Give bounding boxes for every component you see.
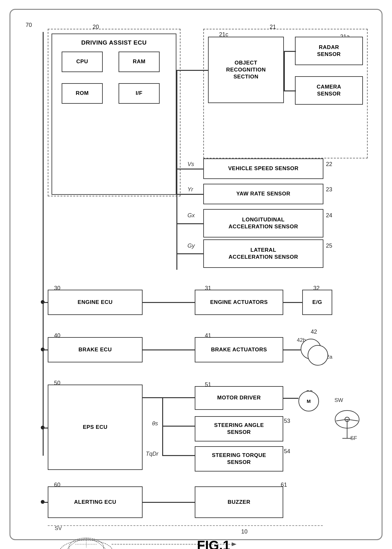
steering-torque-sensor-box: STEERING TORQUE SENSOR: [195, 446, 283, 472]
figure-title: FIG.1: [197, 538, 230, 549]
gy-label: Gy: [187, 243, 195, 249]
rom-label: ROM: [76, 90, 89, 97]
vert-sensor-bus: [176, 169, 177, 270]
steering-angle-sensor-box: STEERING ANGLE SENSOR: [195, 416, 283, 441]
ram-label: RAM: [133, 58, 145, 65]
conn-ecu-vss: [176, 169, 203, 170]
conn-eps-sas: [162, 426, 195, 427]
engine-ecu-label: ENGINE ECU: [78, 299, 113, 306]
svg-point-7: [59, 540, 113, 549]
engine-actuators-label: ENGINE ACTUATORS: [210, 299, 268, 306]
conn-motor-m: [283, 398, 298, 399]
driving-assist-ecu-label: DRIVING ASSIST ECU: [52, 39, 176, 47]
conn-bus-brake: [43, 349, 48, 350]
brake-ecu-label: BRAKE ECU: [78, 346, 112, 353]
cpu-label: CPU: [76, 58, 88, 65]
conn-bus-alerting: [43, 502, 48, 503]
ref-23: 23: [326, 186, 332, 193]
steering-angle-sensor-label: STEERING ANGLE SENSOR: [214, 422, 264, 436]
conn-ecu-obj: [176, 70, 208, 71]
vehicle-sv-area: SV: [55, 525, 118, 549]
conn-vert-sensors: [284, 51, 285, 90]
conn-ecu-yrs: [176, 194, 203, 195]
yaw-rate-sensor-box: YAW RATE SENSOR: [203, 184, 323, 204]
steering-wheel-container: SW SF: [333, 402, 361, 446]
buzzer-box: BUZZER: [195, 486, 283, 518]
driving-assist-ecu-box: DRIVING ASSIST ECU CPU RAM ROM I/F: [52, 34, 176, 195]
object-recognition-box: OBJECT RECOGNITION SECTION: [208, 37, 284, 103]
page-container: 70 20 DRIVING ASSIST ECU CPU RAM ROM I/F: [9, 9, 383, 540]
eg-box: E/G: [302, 290, 332, 315]
brake-actuators-label: BRAKE ACTUATORS: [211, 346, 267, 353]
ref-24: 24: [326, 212, 332, 219]
ref-20: 20: [93, 24, 99, 30]
engine-ecu-box: ENGINE ECU: [48, 290, 143, 315]
diagram: 70 20 DRIVING ASSIST ECU CPU RAM ROM I/F: [20, 19, 372, 530]
vs-label: Vs: [187, 161, 194, 168]
vehicle-speed-sensor-box: VEHICLE SPEED SENSOR: [203, 158, 323, 179]
rom-box: ROM: [62, 83, 103, 104]
motor-driver-label: MOTOR DRIVER: [217, 394, 261, 401]
svg-marker-14: [232, 542, 236, 546]
lateral-acc-sensor-label: LATERAL ACCELERATION SENSOR: [229, 247, 298, 261]
conn-engine-act: [143, 302, 195, 303]
object-recognition-label: OBJECT RECOGNITION SECTION: [226, 59, 266, 80]
brake-actuators-box: BRAKE ACTUATORS: [195, 337, 283, 362]
radar-sensor-box: RADAR SENSOR: [295, 37, 363, 65]
sw-label: SW: [334, 397, 343, 404]
camera-sensor-box: CAMERA SENSOR: [295, 76, 363, 105]
motor-circle: M: [298, 391, 319, 411]
ref-21: 21: [270, 24, 276, 30]
vehicle-speed-sensor-label: VEHICLE SPEED SENSOR: [228, 165, 299, 172]
if-label: I/F: [136, 90, 142, 97]
sv-label: SV: [55, 525, 62, 532]
if-box: I/F: [119, 83, 160, 104]
gx-label: Gx: [187, 212, 195, 219]
tqdr-label: TqDr: [146, 451, 158, 457]
cpu-box: CPU: [62, 52, 103, 72]
ref-54: 54: [284, 448, 290, 455]
conn-ecu-lat: [176, 253, 203, 254]
theta-s-label: θs: [152, 420, 158, 427]
brake-wheel-2: [308, 345, 328, 366]
motor-driver-box: MOTOR DRIVER: [195, 386, 283, 410]
longitudinal-acc-sensor-label: LONGITUDINAL ACCELERATION SENSOR: [229, 216, 298, 230]
vert-eps-sensors: [162, 397, 163, 455]
conn-alerting-buzzer: [143, 502, 195, 503]
eg-label: E/G: [312, 299, 322, 306]
car-icon: [55, 525, 118, 549]
conn-ecu-long: [176, 223, 203, 224]
conn-eps-motor: [143, 397, 195, 398]
eps-ecu-label: EPS ECU: [83, 424, 107, 431]
conn-eps-sts: [162, 455, 195, 456]
ref-70: 70: [26, 22, 32, 28]
steering-torque-sensor-label: STEERING TORQUE SENSOR: [212, 452, 266, 466]
conn-bus-engine: [43, 302, 48, 303]
ref-25: 25: [326, 243, 332, 249]
engine-actuators-box: ENGINE ACTUATORS: [195, 290, 283, 315]
ref-53: 53: [284, 418, 290, 424]
yr-label: Yr: [187, 186, 193, 193]
alerting-ecu-label: ALERTING ECU: [74, 499, 116, 506]
sf-label: SF: [350, 435, 357, 441]
motor-label: M: [307, 398, 311, 404]
conn-obj-camera: [284, 90, 296, 91]
radar-sensor-label: RADAR SENSOR: [317, 44, 341, 58]
conn-bus-eps: [43, 428, 48, 429]
vert-right-ecu: [176, 70, 177, 169]
lateral-acc-sensor-box: LATERAL ACCELERATION SENSOR: [203, 239, 323, 268]
conn-act-eg: [283, 302, 302, 303]
eps-ecu-box: EPS ECU: [48, 385, 143, 470]
camera-sensor-label: CAMERA SENSOR: [317, 83, 341, 97]
alerting-ecu-box: ALERTING ECU: [48, 486, 143, 518]
conn-obj-radar: [284, 51, 296, 52]
buzzer-label: BUZZER: [228, 499, 250, 506]
ref-22: 22: [326, 161, 332, 168]
conn-brakeact-wheel: [283, 349, 301, 350]
yaw-rate-sensor-label: YAW RATE SENSOR: [236, 190, 291, 197]
main-bus-line: [43, 32, 44, 456]
brake-ecu-box: BRAKE ECU: [48, 337, 143, 362]
ref-10: 10: [241, 528, 248, 535]
conn-brake-act: [143, 349, 195, 350]
longitudinal-acc-sensor-box: LONGITUDINAL ACCELERATION SENSOR: [203, 209, 323, 237]
